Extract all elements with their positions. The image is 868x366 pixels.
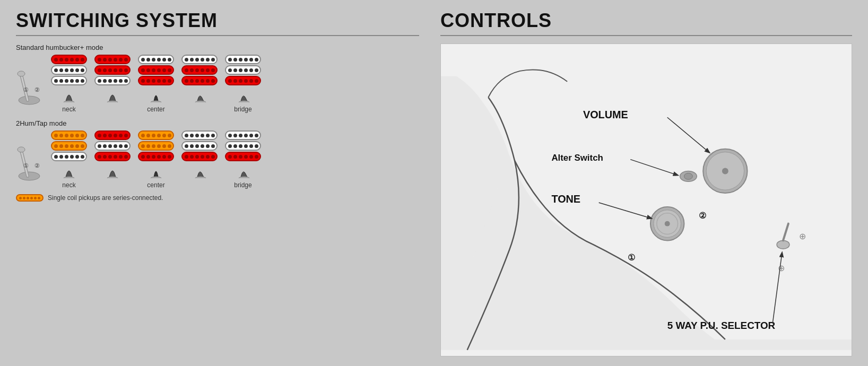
pill: [138, 141, 174, 151]
svg-text:TONE: TONE: [551, 193, 580, 205]
mode2-pickup-icons: [51, 163, 261, 178]
mode1-label: Standard humbucker+ mode: [16, 43, 419, 51]
pill: [51, 76, 87, 85]
legend-row: Single coil pickups are series-connected…: [16, 194, 419, 202]
pill: [138, 130, 174, 140]
svg-point-3: [18, 71, 25, 76]
lever-icon: ② ①: [16, 64, 42, 107]
svg-point-23: [64, 177, 74, 178]
controls-panel: CONTROLS ②: [435, 0, 868, 366]
col2-label-neck: neck: [51, 181, 87, 189]
pill: [94, 55, 131, 64]
mode2-row1: [51, 130, 261, 140]
controls-title: CONTROLS: [440, 10, 852, 32]
pill: [181, 141, 218, 151]
svg-text:②: ②: [699, 211, 706, 220]
svg-text:①: ①: [628, 253, 635, 262]
legend-text: Single coil pickups are series-connected…: [48, 194, 163, 202]
mode2-section: 2Hum/Tap mode ② ①: [16, 119, 419, 202]
svg-text:②: ②: [34, 86, 40, 93]
mode2-col-labels: neck center bridge: [51, 181, 261, 189]
pickup-icon-bridge1: [181, 88, 218, 102]
mode2-columns: neck center bridge: [51, 130, 261, 189]
mode1-col-labels: neck center bridge: [51, 106, 261, 113]
col2-label-blank2: [181, 181, 218, 189]
svg-point-27: [151, 177, 161, 178]
mode2-label: 2Hum/Tap mode: [16, 119, 419, 127]
pill: [51, 130, 87, 140]
svg-point-37: [665, 221, 670, 226]
pickup-icon2-neck: [51, 163, 87, 178]
mode2-lever: ② ①: [16, 140, 42, 182]
svg-line-50: [630, 160, 678, 176]
col-label-blank2: [181, 106, 218, 113]
mode2-grid: ② ①: [16, 130, 419, 189]
svg-line-48: [667, 117, 709, 152]
svg-text:①: ①: [23, 162, 29, 169]
pickup-icon2-bridge1: [181, 163, 218, 178]
svg-point-15: [239, 101, 249, 102]
svg-point-42: [777, 240, 789, 249]
svg-point-25: [107, 177, 118, 178]
pill: [225, 141, 261, 151]
mode1-pickup-icons: [51, 88, 261, 102]
pickup-icon2-bridge2: [225, 163, 261, 178]
mode1-row1: [51, 55, 261, 64]
pickup-icon-neck2: [94, 88, 131, 102]
mode1-row3: [51, 76, 261, 85]
svg-line-54: [772, 252, 782, 324]
svg-point-31: [239, 177, 249, 178]
pill: [181, 65, 218, 75]
svg-text:⊕: ⊕: [778, 264, 785, 273]
svg-point-19: [18, 147, 25, 152]
svg-point-13: [195, 101, 206, 102]
mode1-lever: ② ①: [16, 64, 42, 107]
pill: [94, 130, 131, 140]
pill: [225, 130, 261, 140]
controls-diagram: ② ⊕ ⊕ ① VOLUME Alter Switch TONE 5: [440, 43, 852, 356]
pickup-icon-bridge2: [225, 88, 261, 102]
mode1-section: Standard humbucker+ mode ② ①: [16, 43, 419, 113]
pill: [51, 152, 87, 161]
mode2-row3: [51, 152, 261, 161]
svg-line-52: [599, 203, 652, 219]
pill: [138, 55, 174, 64]
pill: [181, 76, 218, 85]
pickup-icon-neck: [51, 88, 87, 102]
pickup-icon-center: [138, 88, 174, 102]
mode1-row2: [51, 65, 261, 75]
pill: [225, 152, 261, 161]
pill: [138, 152, 174, 161]
col-label-bridge: bridge: [225, 106, 261, 113]
svg-point-11: [151, 101, 161, 102]
svg-point-29: [195, 177, 206, 178]
col-label-center: center: [138, 106, 174, 113]
col2-label-bridge: bridge: [225, 181, 261, 189]
mode1-columns: neck center bridge: [51, 55, 261, 113]
legend-orange-pill: [16, 194, 44, 202]
pill: [225, 76, 261, 85]
pill: [225, 55, 261, 64]
divider-left: [16, 35, 419, 36]
pill: [51, 65, 87, 75]
pill: [225, 65, 261, 75]
pill: [94, 76, 131, 85]
lever2-icon: ② ①: [16, 140, 42, 182]
pill: [181, 55, 218, 64]
svg-line-43: [783, 224, 788, 241]
pill: [94, 141, 131, 151]
col2-label-center: center: [138, 181, 174, 189]
pill: [138, 65, 174, 75]
svg-text:①: ①: [23, 86, 29, 93]
pill: [94, 152, 131, 161]
svg-text:5 WAY P.U. SELECTOR: 5 WAY P.U. SELECTOR: [667, 320, 776, 331]
pill: [51, 55, 87, 64]
pill: [181, 152, 218, 161]
pickup-icon2-neck2: [94, 163, 131, 178]
svg-point-9: [107, 101, 118, 102]
controls-svg: ② ⊕ ⊕ ① VOLUME Alter Switch TONE 5: [441, 44, 852, 356]
switching-system-panel: SWITCHING SYSTEM Standard humbucker+ mod…: [0, 0, 435, 366]
mode2-row2: [51, 141, 261, 151]
svg-point-7: [64, 101, 74, 102]
col-label-blank1: [94, 106, 131, 113]
